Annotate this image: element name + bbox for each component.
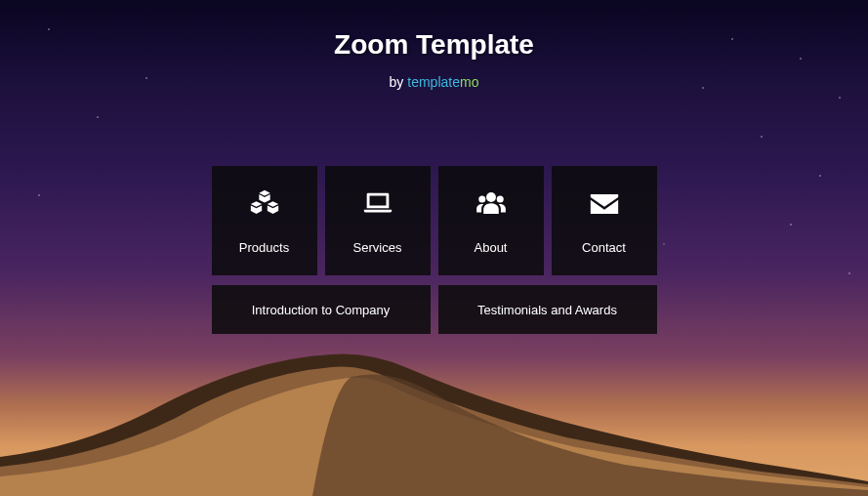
brand-link[interactable]: templatemo — [407, 74, 478, 90]
brand-part2: mo — [460, 74, 478, 90]
users-icon — [475, 187, 508, 221]
nav-bars: Introduction to Company Testimonials and… — [212, 285, 657, 334]
page-title: Zoom Template — [334, 29, 534, 61]
svg-point-2 — [496, 195, 503, 202]
tile-label: Contact — [582, 240, 626, 255]
tile-about[interactable]: About — [438, 166, 544, 275]
tile-label: About — [475, 240, 508, 255]
nav-tiles: Products Services About Contact — [212, 166, 657, 275]
brand-part1: template — [407, 74, 460, 90]
main-content: Zoom Template by templatemo Products Ser… — [0, 0, 868, 334]
page-subtitle: by templatemo — [390, 74, 479, 90]
tile-label: Services — [353, 240, 402, 255]
svg-point-1 — [478, 195, 485, 202]
tile-services[interactable]: Services — [325, 166, 431, 275]
subtitle-prefix: by — [390, 74, 408, 90]
bar-label: Testimonials and Awards — [477, 303, 617, 317]
tile-contact[interactable]: Contact — [552, 166, 657, 275]
svg-point-0 — [486, 191, 496, 201]
bar-label: Introduction to Company — [252, 303, 391, 317]
background-dune — [0, 320, 868, 496]
cubes-icon — [248, 187, 281, 221]
tile-label: Products — [239, 240, 289, 255]
bar-introduction[interactable]: Introduction to Company — [212, 285, 431, 334]
envelope-icon — [588, 187, 621, 221]
bar-testimonials[interactable]: Testimonials and Awards — [438, 285, 657, 334]
tile-products[interactable]: Products — [212, 166, 317, 275]
laptop-icon — [361, 187, 394, 221]
